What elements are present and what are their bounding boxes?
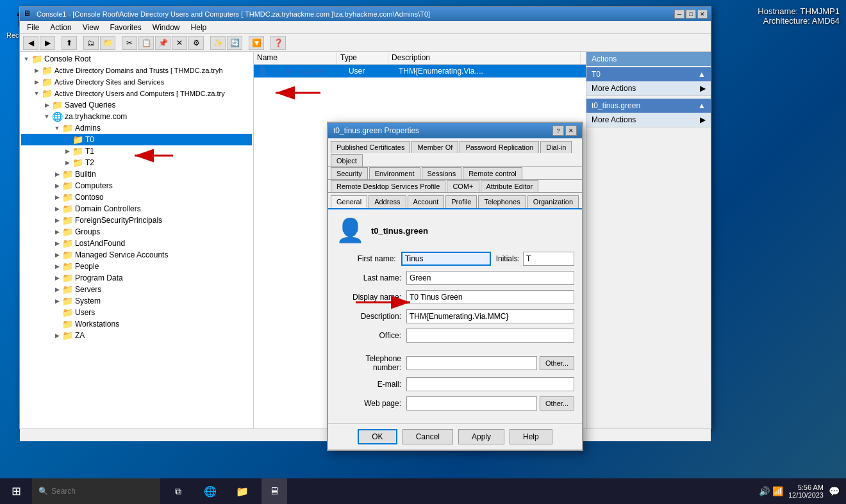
tree-item-lost-found[interactable]: ▶ 📁 LostAndFound xyxy=(21,238,252,249)
tab-sessions[interactable]: Sessions xyxy=(422,167,462,179)
menu-action[interactable]: Action xyxy=(46,22,75,33)
dialog-close-button[interactable]: ✕ xyxy=(565,126,577,136)
tab-attribute-editor[interactable]: Attribute Editor xyxy=(481,180,539,192)
tab-published-certs[interactable]: Published Certificates xyxy=(331,141,410,153)
tab-general[interactable]: General xyxy=(331,195,367,208)
tab-address[interactable]: Address xyxy=(369,195,406,208)
tab-account[interactable]: Account xyxy=(408,195,445,208)
expand-icon[interactable]: ▶ xyxy=(52,171,62,177)
new-button[interactable]: ✨ xyxy=(210,36,226,50)
delete-button[interactable]: ✕ xyxy=(172,36,187,50)
last-name-input[interactable] xyxy=(406,271,574,285)
search-input[interactable] xyxy=(51,487,147,496)
expand-icon[interactable]: ▶ xyxy=(42,102,52,108)
show-hide-button[interactable]: 🗂 xyxy=(83,36,99,50)
tree-item-servers[interactable]: ▶ 📁 Servers xyxy=(21,284,252,295)
start-button[interactable]: ⊞ xyxy=(0,478,32,504)
refresh-button[interactable]: 🔄 xyxy=(227,36,242,50)
tree-item-workstations[interactable]: 📁 Workstations xyxy=(21,318,252,330)
expand-icon[interactable]: ▼ xyxy=(52,125,62,131)
telephone-input[interactable] xyxy=(406,356,537,370)
menu-help[interactable]: Help xyxy=(187,22,211,33)
menu-view[interactable]: View xyxy=(79,22,103,33)
tree-item-contoso[interactable]: ▶ 📁 Contoso xyxy=(21,191,252,203)
copy-button[interactable]: 📋 xyxy=(138,36,154,50)
tree-item-ad-sites[interactable]: ▶ 📁 Active Directory Sites and Services xyxy=(21,76,252,88)
telephone-other-button[interactable]: Other... xyxy=(540,356,574,370)
tree-item-t0[interactable]: 📁 T0 xyxy=(21,134,252,145)
tab-profile[interactable]: Profile xyxy=(445,195,477,208)
tree-item-admins[interactable]: ▼ 📁 Admins xyxy=(21,122,252,134)
explorer-button[interactable]: 📁 xyxy=(229,478,255,504)
actions-t0-header[interactable]: T0 ▲ xyxy=(586,67,711,81)
tab-rdp[interactable]: Remote Desktop Services Profile xyxy=(331,180,445,192)
tab-password-replication[interactable]: Password Replication xyxy=(460,141,539,153)
expand-icon[interactable]: ▶ xyxy=(52,286,62,293)
tree-item-program-data[interactable]: ▶ 📁 Program Data xyxy=(21,272,252,284)
paste-button[interactable]: 📌 xyxy=(155,36,170,50)
list-row-user[interactable]: 👤 t0_tinus.green User THM{Enumerating.Vi… xyxy=(254,65,586,77)
tree-item-ad-domains[interactable]: ▶ 📁 Active Directory Domains and Trusts … xyxy=(21,65,252,76)
expand-icon[interactable]: ▼ xyxy=(31,90,42,97)
apply-button[interactable]: Apply xyxy=(458,429,504,444)
first-name-input[interactable] xyxy=(401,252,491,266)
office-input[interactable] xyxy=(406,329,574,343)
tab-organization[interactable]: Organization xyxy=(527,195,579,208)
mmc-button[interactable]: 🖥 xyxy=(261,478,287,504)
tree-item-system[interactable]: ▶ 📁 System xyxy=(21,295,252,307)
maximize-button[interactable]: □ xyxy=(686,10,696,19)
ie-button[interactable]: 🌐 xyxy=(197,478,223,504)
expand-icon[interactable]: ▶ xyxy=(52,240,62,247)
webpage-input[interactable] xyxy=(406,396,537,411)
cut-button[interactable]: ✂ xyxy=(122,36,137,50)
webpage-other-button[interactable]: Other... xyxy=(540,396,574,411)
properties-button[interactable]: ⚙ xyxy=(188,36,204,50)
taskview-button[interactable]: ⧉ xyxy=(165,478,191,504)
expand-icon[interactable]: ▶ xyxy=(52,263,62,270)
menu-favorites[interactable]: Favorites xyxy=(106,22,145,33)
expand-icon[interactable]: ▶ xyxy=(52,275,62,281)
expand-icon[interactable]: ▶ xyxy=(52,332,62,339)
tree-item-people[interactable]: ▶ 📁 People xyxy=(21,261,252,272)
tab-dial-in[interactable]: Dial-in xyxy=(540,141,572,153)
tab-object[interactable]: Object xyxy=(331,154,363,167)
display-name-input[interactable] xyxy=(406,290,574,304)
col-type[interactable]: Type xyxy=(337,52,388,64)
expand-icon[interactable]: ▶ xyxy=(52,183,62,189)
cancel-button[interactable]: Cancel xyxy=(402,429,453,444)
expand-icon[interactable]: ▼ xyxy=(42,113,52,120)
expand-icon[interactable]: ▶ xyxy=(52,252,62,258)
close-button[interactable]: ✕ xyxy=(697,10,708,19)
tree-item-builtin[interactable]: ▶ 📁 Builtin xyxy=(21,168,252,180)
tree-item-za[interactable]: ▼ 🌐 za.tryhackme.com xyxy=(21,111,252,122)
ok-button[interactable]: OK xyxy=(358,429,397,444)
back-button[interactable]: ◀ xyxy=(23,36,38,50)
help-button[interactable]: Help xyxy=(510,429,552,444)
tree-item-ad-users[interactable]: ▼ 📁 Active Directory Users and Computers… xyxy=(21,88,252,99)
col-name[interactable]: Name xyxy=(254,52,337,64)
tree-item-users[interactable]: 📁 Users xyxy=(21,307,252,318)
tree-item-groups[interactable]: ▶ 📁 Groups xyxy=(21,226,252,238)
up-button[interactable]: ⬆ xyxy=(62,36,77,50)
expand-icon[interactable]: ▶ xyxy=(62,159,72,166)
help-button[interactable]: ❓ xyxy=(270,36,286,50)
minimize-button[interactable]: ─ xyxy=(674,10,684,19)
email-input[interactable] xyxy=(406,377,574,391)
description-input[interactable] xyxy=(406,309,574,323)
expand-icon[interactable]: ▶ xyxy=(62,148,72,154)
tab-remote-control[interactable]: Remote control xyxy=(463,167,522,179)
tree-item-saved-queries[interactable]: ▶ 📁 Saved Queries xyxy=(21,99,252,111)
expand-icon[interactable]: ▶ xyxy=(52,229,62,235)
tab-member-of[interactable]: Member Of xyxy=(411,141,458,153)
tree-item-managed[interactable]: ▶ 📁 Managed Service Accounts xyxy=(21,249,252,261)
taskbar-search-box[interactable]: 🔍 xyxy=(32,478,160,504)
filter-button[interactable]: 🔽 xyxy=(249,36,264,50)
expand-icon[interactable]: ▶ xyxy=(52,217,62,224)
menu-file[interactable]: File xyxy=(23,22,43,33)
dialog-help-button[interactable]: ? xyxy=(552,126,564,136)
expand-icon[interactable]: ▶ xyxy=(52,194,62,200)
expand-icon[interactable]: ▶ xyxy=(52,206,62,212)
expand-icon[interactable]: ▼ xyxy=(21,56,31,62)
tree-item-computers[interactable]: ▶ 📁 Computers xyxy=(21,180,252,191)
tree-item-console-root[interactable]: ▼ 📁 Console Root xyxy=(21,53,252,65)
